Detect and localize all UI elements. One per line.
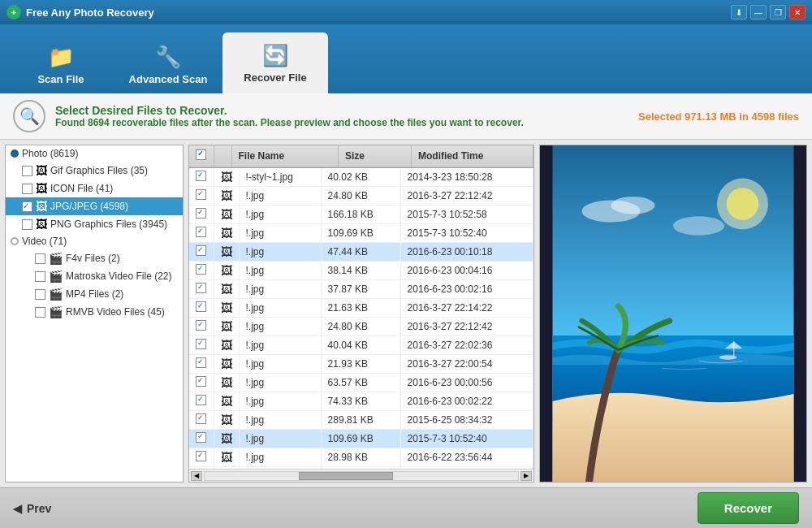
table-row[interactable]: 🖼 !.jpg 109.69 KB 2015-7-3 10:52:40	[189, 430, 533, 448]
table-row[interactable]: 🖼 !.jpg 47.44 KB 2016-6-23 00:10:18	[189, 243, 533, 262]
row-filename: !.jpg	[239, 206, 321, 224]
row-checkbox-cell[interactable]	[189, 187, 214, 206]
recover-button[interactable]: Recover	[698, 492, 799, 524]
table-row[interactable]: 🖼 !.jpg 109.69 KB 2015-7-3 10:52:40	[189, 224, 533, 243]
row-size: 63.57 KB	[321, 374, 400, 392]
row-checkbox-cell[interactable]	[189, 280, 214, 299]
row-modified: 2015-7-3 10:52:58	[400, 206, 533, 224]
row-checkbox-cell[interactable]	[189, 318, 214, 336]
tree-item-jpg[interactable]: 🖼 JPG/JPEG (4598)	[6, 197, 183, 215]
table-row[interactable]: 🖼 !.jpg 63.57 KB 2016-6-23 00:00:56	[189, 374, 533, 392]
tab-recover-file[interactable]: 🔄 Recover File	[222, 32, 328, 93]
row-check-11[interactable]	[196, 376, 206, 387]
tree-item-icon[interactable]: 🖼 ICON File (41)	[6, 180, 183, 197]
prev-button[interactable]: ◀ Prev	[13, 502, 51, 515]
tree-item-f4v[interactable]: 🎬 F4v Files (2)	[6, 249, 183, 267]
table-row[interactable]: 🖼 !.jpg 166.18 KB 2015-7-3 10:52:58	[189, 206, 533, 224]
table-row[interactable]: 🖼 !.jpg 28.98 KB 2016-6-22 23:56:44	[189, 448, 533, 467]
row-check-15[interactable]	[196, 451, 206, 461]
row-check-7[interactable]	[196, 301, 206, 312]
tab-scan-file[interactable]: 📁 Scan File	[8, 37, 114, 93]
horizontal-scrollbar[interactable]: ◀ ▶	[189, 469, 533, 482]
scroll-right-arrow[interactable]: ▶	[520, 471, 532, 481]
jpg-file-icon: 🖼	[221, 413, 232, 426]
tab-recover-file-label: Recover File	[244, 71, 306, 84]
scroll-track[interactable]	[204, 471, 519, 481]
row-modified: 2016-6-23 00:10:18	[400, 243, 533, 262]
tree-item-png[interactable]: 🖼 PNG Graphics Files (3945)	[6, 215, 183, 233]
check-png[interactable]	[22, 219, 32, 230]
row-filename: !.jpg	[239, 299, 321, 318]
row-checkbox-cell[interactable]	[189, 355, 214, 374]
check-rmvb[interactable]	[35, 307, 45, 318]
row-checkbox-cell[interactable]	[189, 168, 214, 187]
table-row[interactable]: 🖼 !.jpg 21.63 KB 2016-3-27 22:14:22	[189, 299, 533, 318]
header-checkbox[interactable]	[196, 149, 206, 160]
radio-video[interactable]	[11, 237, 19, 245]
row-checkbox-cell[interactable]	[189, 411, 214, 430]
jpg-file-icon: 🖼	[221, 227, 232, 240]
row-checkbox-cell[interactable]	[189, 448, 214, 467]
table-row[interactable]: 🖼 !.jpg 21.93 KB 2016-3-27 22:00:54	[189, 355, 533, 374]
tree-item-photo[interactable]: Photo (8619)	[6, 145, 183, 162]
check-mp4[interactable]	[35, 289, 45, 300]
tree-label-photo: Photo (8619)	[22, 148, 78, 159]
row-check-3[interactable]	[196, 227, 206, 237]
table-row[interactable]: 🖼 !-styl~1.jpg 40.02 KB 2014-3-23 18:50:…	[189, 168, 533, 187]
row-check-4[interactable]	[196, 245, 206, 256]
table-row[interactable]: 🖼 !.jpg 289.81 KB 2015-6-25 08:34:32	[189, 411, 533, 430]
tab-advanced-scan[interactable]: 🔧 Advanced Scan	[115, 37, 221, 93]
row-checkbox-cell[interactable]	[189, 206, 214, 224]
tree-item-video[interactable]: Video (71)	[6, 233, 183, 249]
tree-item-matroska[interactable]: 🎬 Matroska Video File (22)	[6, 267, 183, 285]
tree-label-video: Video (71)	[22, 236, 67, 247]
table-row[interactable]: 🖼 !.jpg 74.33 KB 2016-6-23 00:02:22	[189, 392, 533, 411]
row-check-8[interactable]	[196, 320, 206, 331]
row-check-14[interactable]	[196, 432, 206, 443]
scroll-thumb[interactable]	[299, 472, 393, 480]
row-checkbox-cell[interactable]	[189, 336, 214, 355]
row-check-0[interactable]	[196, 171, 206, 181]
row-check-1[interactable]	[196, 189, 206, 200]
tree-item-mp4[interactable]: 🎬 MP4 Files (2)	[6, 285, 183, 303]
table-row[interactable]: 🖼 !.jpg 40.04 KB 2016-3-27 22:02:36	[189, 336, 533, 355]
file-list-area: File Name Size Modified Time 🖼 !-styl~1.…	[188, 145, 534, 483]
tree-label-rmvb: RMVB Video Files (45)	[66, 306, 165, 318]
row-checkbox-cell[interactable]	[189, 374, 214, 392]
info-bar: 🔍 Select Desired Files to Recover. Found…	[0, 93, 812, 140]
row-check-5[interactable]	[196, 264, 206, 275]
check-jpg[interactable]	[22, 201, 32, 212]
row-icon-cell: 🖼	[214, 448, 239, 467]
row-checkbox-cell[interactable]	[189, 392, 214, 411]
row-check-12[interactable]	[196, 395, 206, 405]
scroll-left-arrow[interactable]: ◀	[191, 471, 202, 481]
check-icon[interactable]	[22, 184, 32, 194]
table-row[interactable]: 🖼 !.jpg 37.87 KB 2016-6-23 00:02:16	[189, 280, 533, 299]
close-button[interactable]: ✕	[789, 5, 806, 19]
row-check-13[interactable]	[196, 413, 206, 424]
row-check-2[interactable]	[196, 208, 206, 219]
row-checkbox-cell[interactable]	[189, 262, 214, 280]
check-gif[interactable]	[22, 166, 32, 176]
table-row[interactable]: 🖼 !.jpg 24.80 KB 2016-3-27 22:12:42	[189, 318, 533, 336]
row-checkbox-cell[interactable]	[189, 224, 214, 243]
title-bar: + Free Any Photo Recovery ⬇ — ❐ ✕	[0, 0, 812, 24]
check-f4v[interactable]	[35, 253, 45, 264]
radio-photo[interactable]	[11, 149, 19, 158]
check-matroska[interactable]	[35, 271, 45, 282]
row-checkbox-cell[interactable]	[189, 243, 214, 262]
restore-button[interactable]: ❐	[770, 5, 786, 19]
row-check-10[interactable]	[196, 357, 206, 368]
row-checkbox-cell[interactable]	[189, 430, 214, 448]
tree-item-gif[interactable]: 🖼 Gif Graphics Files (35)	[6, 162, 183, 180]
header-filename: File Name	[231, 145, 339, 167]
row-check-6[interactable]	[196, 283, 206, 293]
row-check-9[interactable]	[196, 339, 206, 349]
table-row[interactable]: 🖼 !.jpg 38.14 KB 2016-6-23 00:04:16	[189, 262, 533, 280]
download-button[interactable]: ⬇	[731, 5, 747, 19]
row-checkbox-cell[interactable]	[189, 299, 214, 318]
tree-item-rmvb[interactable]: 🎬 RMVB Video Files (45)	[6, 303, 183, 321]
minimize-button[interactable]: —	[750, 5, 767, 19]
table-row[interactable]: 🖼 !.jpg 24.80 KB 2016-3-27 22:12:42	[189, 187, 533, 206]
file-table-scroll[interactable]: 🖼 !-styl~1.jpg 40.02 KB 2014-3-23 18:50:…	[189, 168, 533, 469]
